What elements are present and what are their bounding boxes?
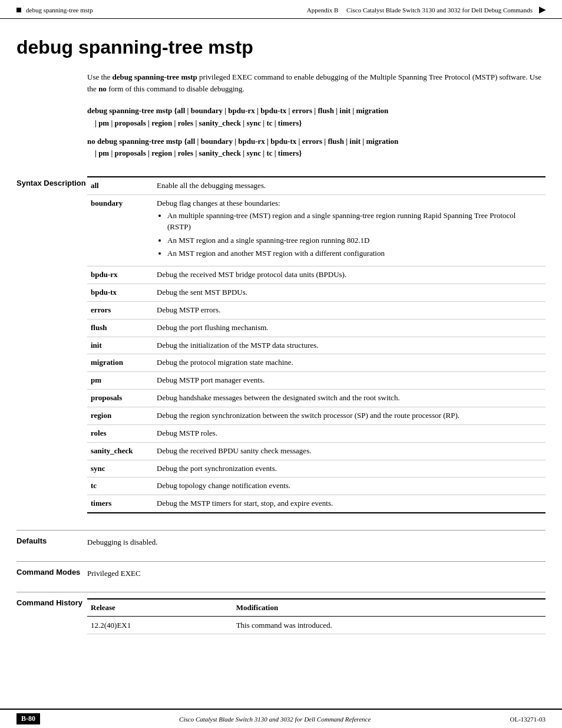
- syntax-description-label: Syntax Description: [16, 179, 86, 187]
- term-errors: errors: [87, 301, 152, 319]
- page-title: debug spanning-tree mstp: [16, 37, 546, 58]
- command-history-label: Command History: [16, 598, 82, 607]
- table-row: bpdu-rx Debug the received MST bridge pr…: [87, 266, 546, 284]
- intro-paragraph: Use the debug spanning-tree mstp privile…: [87, 71, 546, 94]
- header-sub-label: debug spanning-tree mstp: [26, 6, 93, 14]
- footer-center-text: Cisco Catalyst Blade Switch 3130 and 303…: [179, 716, 371, 723]
- term-pm: pm: [87, 372, 152, 390]
- modes-content: Privileged EXEC: [87, 568, 546, 579]
- defaults-text: Debugging is disabled.: [87, 538, 158, 546]
- desc-boundary: Debug flag changes at these boundaries: …: [152, 195, 546, 266]
- main-content: debug spanning-tree mstp Use the debug s…: [0, 19, 562, 646]
- modes-label-col: Command Modes: [16, 568, 87, 579]
- desc-timers: Debug the MSTP timers for start, stop, a…: [152, 495, 546, 513]
- intro-bold2: no: [98, 84, 107, 93]
- intro-text1: Use the: [87, 73, 113, 81]
- term-proposals: proposals: [87, 390, 152, 407]
- term-migration: migration: [87, 354, 152, 372]
- desc-proposals: Debug handshake messages between the des…: [152, 390, 546, 407]
- list-item: An MST region and a single spanning-tree…: [167, 235, 541, 246]
- list-item: An MST region and another MST region wit…: [167, 248, 541, 259]
- syntax-table: all Enable all the debugging messages. b…: [87, 177, 546, 513]
- history-content: Release Modification 12.2(40)EX1 This co…: [87, 598, 546, 634]
- history-col-modification: Modification: [233, 599, 546, 616]
- syntax-label-col: Syntax Description: [16, 176, 87, 513]
- term-sync: sync: [87, 460, 152, 477]
- term-bpdu-tx: bpdu-tx: [87, 284, 152, 302]
- header-title: Cisco Catalyst Blade Switch 3130 and 303…: [346, 6, 533, 14]
- history-data-row: 12.2(40)EX1 This command was introduced.: [87, 616, 546, 634]
- footer-right-text: OL-13271-03: [510, 716, 546, 723]
- command-history-section: Command History Release Modification 12.…: [16, 592, 546, 634]
- defaults-section: Defaults Debugging is disabled.: [16, 530, 546, 548]
- syntax-table-col: all Enable all the debugging messages. b…: [87, 176, 546, 513]
- table-row: roles Debug MSTP roles.: [87, 424, 546, 442]
- term-bpdu-rx: bpdu-rx: [87, 266, 152, 284]
- history-col-release: Release: [87, 599, 233, 616]
- term-all: all: [87, 177, 152, 195]
- history-label-col: Command History: [16, 598, 87, 634]
- page-header: debug spanning-tree mstp Appendix B Cisc…: [0, 0, 562, 19]
- boundary-bullets: An multiple spanning-tree (MST) region a…: [167, 209, 541, 263]
- intro-text3: form of this command to disable debuggin…: [107, 84, 244, 93]
- desc-flush: Debug the port flushing mechanism.: [152, 319, 546, 337]
- table-row: boundary Debug flag changes at these bou…: [87, 195, 546, 266]
- table-row: tc Debug topology change notification ev…: [87, 477, 546, 495]
- command-syntax-2: no debug spanning-tree mstp {all | bound…: [87, 136, 546, 160]
- table-row: region Debug the region synchronization …: [87, 407, 546, 425]
- desc-roles: Debug MSTP roles.: [152, 424, 546, 442]
- table-row: flush Debug the port flushing mechanism.: [87, 319, 546, 337]
- defaults-content: Debugging is disabled.: [87, 536, 546, 548]
- defaults-label-col: Defaults: [16, 536, 87, 548]
- modes-text: Privileged EXEC: [87, 569, 141, 578]
- footer-page-num: B-80: [16, 713, 40, 724]
- list-item: An multiple spanning-tree (MST) region a…: [167, 210, 541, 233]
- header-left: debug spanning-tree mstp: [16, 6, 93, 14]
- table-row: timers Debug the MSTP timers for start, …: [87, 495, 546, 513]
- desc-bpdu-rx: Debug the received MST bridge protocol d…: [152, 266, 546, 284]
- history-release: 12.2(40)EX1: [87, 616, 233, 634]
- table-row: migration Debug the protocol migration s…: [87, 354, 546, 372]
- desc-errors: Debug MSTP errors.: [152, 301, 546, 319]
- table-row: sync Debug the port synchronization even…: [87, 460, 546, 477]
- term-roles: roles: [87, 424, 152, 442]
- table-row: bpdu-tx Debug the sent MST BPDUs.: [87, 284, 546, 302]
- cmd1-text: debug spanning-tree mstp {all | boundary…: [87, 106, 388, 127]
- term-flush: flush: [87, 319, 152, 337]
- desc-sync: Debug the port synchronization events.: [152, 460, 546, 477]
- desc-migration: Debug the protocol migration state machi…: [152, 354, 546, 372]
- desc-all: Enable all the debugging messages.: [152, 177, 546, 195]
- term-init: init: [87, 337, 152, 354]
- table-row: sanity_check Debug the received BPDU san…: [87, 442, 546, 460]
- command-modes-label: Command Modes: [16, 568, 80, 577]
- term-region: region: [87, 407, 152, 425]
- desc-pm: Debug MSTP port manager events.: [152, 372, 546, 390]
- table-row: proposals Debug handshake messages betwe…: [87, 390, 546, 407]
- header-appendix: Appendix B: [307, 6, 338, 14]
- desc-init: Debug the initialization of the MSTP dat…: [152, 337, 546, 354]
- term-sanity-check: sanity_check: [87, 442, 152, 460]
- desc-bpdu-tx: Debug the sent MST BPDUs.: [152, 284, 546, 302]
- table-row: pm Debug MSTP port manager events.: [87, 372, 546, 390]
- history-table: Release Modification 12.2(40)EX1 This co…: [87, 598, 546, 634]
- desc-tc: Debug topology change notification event…: [152, 477, 546, 495]
- intro-bold1: debug spanning-tree mstp: [113, 73, 197, 81]
- table-row: errors Debug MSTP errors.: [87, 301, 546, 319]
- header-square-icon: [16, 8, 21, 12]
- command-syntax-1: debug spanning-tree mstp {all | boundary…: [87, 105, 546, 130]
- table-row: all Enable all the debugging messages.: [87, 177, 546, 195]
- table-row: init Debug the initialization of the MST…: [87, 337, 546, 354]
- defaults-label: Defaults: [16, 536, 47, 545]
- desc-region: Debug the region synchronization between…: [152, 407, 546, 425]
- term-tc: tc: [87, 477, 152, 495]
- history-modification: This command was introduced.: [233, 616, 546, 634]
- desc-sanity-check: Debug the received BPDU sanity check mes…: [152, 442, 546, 460]
- term-boundary: boundary: [87, 195, 152, 266]
- header-right: Appendix B Cisco Catalyst Blade Switch 3…: [307, 5, 546, 15]
- history-header-row: Release Modification: [87, 599, 546, 616]
- command-modes-section: Command Modes Privileged EXEC: [16, 561, 546, 579]
- term-timers: timers: [87, 495, 152, 513]
- page-footer: B-80 Cisco Catalyst Blade Switch 3130 an…: [0, 709, 562, 728]
- syntax-description-section: Syntax Description all Enable all the de…: [16, 176, 546, 513]
- cmd2-text: no debug spanning-tree mstp {all | bound…: [87, 137, 398, 158]
